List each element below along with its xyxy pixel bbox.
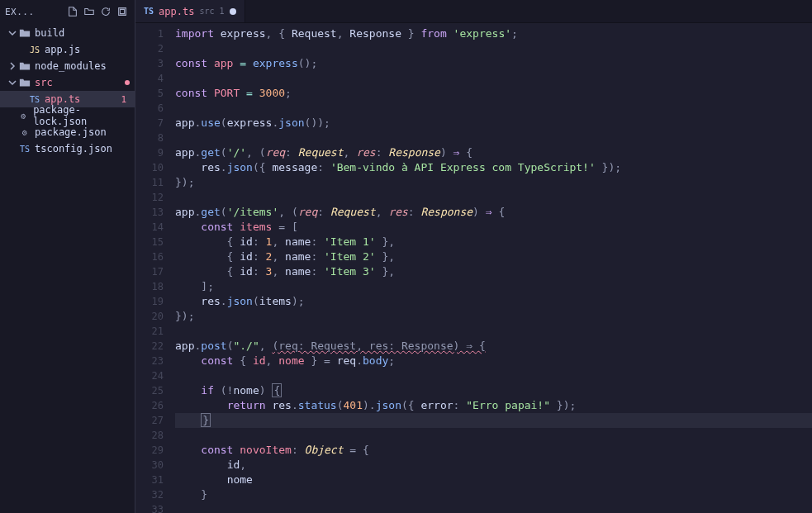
line-number: 25 [135,383,164,398]
new-folder-icon[interactable] [82,4,97,19]
code-line[interactable]: }); [175,309,812,324]
tree-folder-build[interactable]: build [0,25,135,41]
folder-icon [18,26,31,40]
code-line[interactable]: return res.status(401).json({ error: "Er… [175,398,812,413]
file-name-label: tsconfig.json [35,143,112,154]
tree-folder-src[interactable]: src [0,74,135,91]
line-number-gutter: 1234567891011121314151617181920212223242… [135,23,175,513]
dirty-indicator-icon [230,8,236,15]
code-line[interactable]: { id: 3, name: 'Item 3' }, [175,264,812,279]
code-line[interactable] [175,324,812,339]
code-line[interactable]: const { id, nome } = req.body; [175,354,812,368]
line-number: 16 [135,249,164,264]
line-number: 7 [135,116,164,131]
file-name-label: app.ts [45,93,80,105]
line-number: 19 [135,294,164,309]
line-number: 1 [135,26,164,41]
line-number: 15 [135,235,164,249]
tree-file-package-lock.json[interactable]: ⚙package-lock.json [0,107,135,124]
code-line[interactable] [175,190,812,205]
line-number: 13 [135,205,164,220]
line-number: 32 [135,487,164,502]
new-file-icon[interactable] [65,4,80,19]
code-line[interactable]: const items = [ [175,220,812,235]
editor-area: TS app.ts src 1 123456789101112131415161… [135,0,812,513]
tree-file-tsconfig.json[interactable]: TStsconfig.json [0,140,135,157]
code-line[interactable]: } [175,487,812,502]
line-number: 14 [135,220,164,235]
code-line[interactable]: app.use(express.json()); [175,116,812,131]
code-line[interactable]: const PORT = 3000; [175,86,812,101]
code-line[interactable]: { id: 1, name: 'Item 1' }, [175,235,812,249]
file-name-label: node_modules [35,60,107,72]
tab-bar: TS app.ts src 1 [135,0,812,23]
line-number: 18 [135,279,164,294]
line-number: 33 [135,502,164,513]
folder-icon [18,76,31,89]
code-line[interactable] [175,131,812,145]
chevron-down-icon [7,77,18,88]
code-line[interactable]: }); [175,175,812,190]
explorer-title: EX... [5,7,62,17]
code-line[interactable]: res.json(items); [175,294,812,309]
explorer-header: EX... [0,0,135,23]
file-name-label: src [35,77,53,88]
error-count-badge: 1 [121,94,130,105]
line-number: 22 [135,339,164,354]
file-tree: buildJSapp.jsnode_modulessrcTSapp.ts1⚙pa… [0,23,135,159]
line-number: 10 [135,160,164,175]
line-number: 27 [135,413,164,428]
folder-icon [18,59,31,73]
code-line[interactable] [175,71,812,86]
code-line[interactable]: id, [175,458,812,473]
code-line[interactable]: app.get('/items', (req: Request, res: Re… [175,205,812,220]
chevron-down-icon [7,27,18,39]
refresh-icon[interactable] [98,4,113,19]
line-number: 9 [135,145,164,160]
code-line[interactable]: const app = express(); [175,56,812,71]
code-line[interactable]: app.get('/', (req: Request, res: Respons… [175,145,812,160]
code-content[interactable]: import express, { Request, Response } fr… [175,23,812,513]
file-type-icon: ⚙ [17,109,30,122]
line-number: 30 [135,458,164,473]
code-line[interactable]: import express, { Request, Response } fr… [175,26,812,41]
collapse-all-icon[interactable] [115,4,130,19]
code-line[interactable]: nome [175,473,812,487]
line-number: 31 [135,473,164,487]
code-line[interactable]: } [175,413,812,428]
code-line[interactable]: { id: 2, name: 'Item 2' }, [175,249,812,264]
code-line[interactable] [175,101,812,116]
file-type-icon: JS [28,43,41,56]
file-type-icon: TS [18,142,31,155]
line-number: 29 [135,443,164,458]
code-line[interactable]: const novoItem: Object = { [175,443,812,458]
tree-folder-node_modules[interactable]: node_modules [0,58,135,74]
explorer-sidebar: EX... buildJSapp.jsnode_modulessrcTSapp.… [0,0,135,513]
code-line[interactable]: ]; [175,279,812,294]
line-number: 24 [135,368,164,383]
line-number: 2 [135,41,164,56]
ts-file-icon: TS [144,7,154,16]
line-number: 3 [135,56,164,71]
file-name-label: app.js [45,44,80,55]
line-number: 5 [135,86,164,101]
line-number: 12 [135,190,164,205]
line-number: 11 [135,175,164,190]
code-line[interactable] [175,368,812,383]
code-line[interactable] [175,428,812,443]
line-number: 28 [135,428,164,443]
line-number: 8 [135,131,164,145]
tab-filename: app.ts [159,6,194,17]
code-line[interactable] [175,41,812,56]
code-editor[interactable]: 1234567891011121314151617181920212223242… [135,23,812,513]
tab-app-ts[interactable]: TS app.ts src 1 [135,0,245,22]
code-line[interactable]: app.post("./", (req: Request, res: Respo… [175,339,812,354]
error-dot-icon [125,80,130,85]
file-name-label: build [35,27,64,39]
line-number: 26 [135,398,164,413]
code-line[interactable]: if (!nome) { [175,383,812,398]
code-line[interactable]: res.json({ message: 'Bem-vindo à API Exp… [175,160,812,175]
tab-info: src 1 [199,7,224,16]
code-line[interactable] [175,502,812,513]
tree-file-app.js[interactable]: JSapp.js [0,41,135,58]
